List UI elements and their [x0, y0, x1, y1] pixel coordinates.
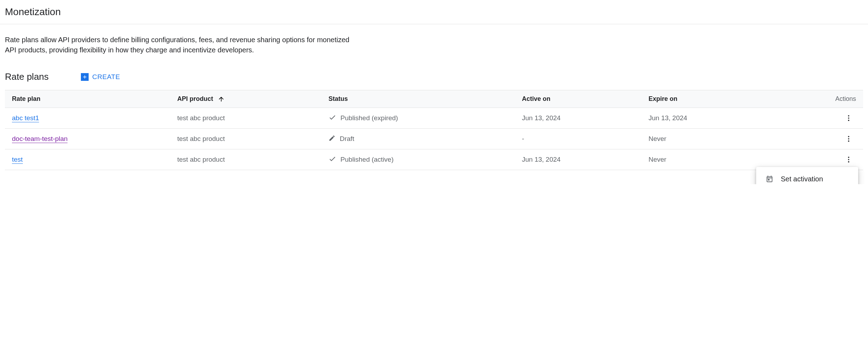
column-header-product-label: API product	[177, 95, 213, 102]
svg-point-8	[848, 161, 849, 163]
create-button-label: CREATE	[92, 73, 120, 81]
cell-expire-on: Jun 13, 2024	[642, 108, 768, 129]
pencil-icon	[328, 135, 336, 143]
check-icon	[328, 114, 336, 123]
table-row: abc test1test abc productPublished (expi…	[5, 108, 863, 129]
svg-point-6	[848, 157, 849, 158]
row-actions-menu: Set activationSet expirationCloneDeleteM…	[756, 167, 858, 184]
table-row: doc-team-test-plantest abc productDraft-…	[5, 129, 863, 149]
svg-point-3	[848, 136, 849, 137]
rate-plan-link[interactable]: doc-team-test-plan	[12, 135, 68, 143]
sort-ascending-icon	[218, 96, 225, 103]
cell-expire-on: Never	[642, 149, 768, 170]
row-actions-button[interactable]	[841, 154, 856, 166]
cell-api-product: test abc product	[170, 149, 321, 170]
create-button[interactable]: CREATE	[79, 72, 122, 82]
svg-point-4	[848, 138, 849, 140]
table-header-row: Rate plan API product Status Active on E…	[5, 90, 863, 108]
status-text: Draft	[340, 135, 354, 143]
cell-api-product: test abc product	[170, 108, 321, 129]
section-title: Rate plans	[5, 71, 49, 82]
svg-point-1	[848, 117, 849, 119]
row-actions-button[interactable]	[841, 133, 856, 145]
rate-plan-link[interactable]: abc test1	[12, 114, 39, 122]
cell-active-on: -	[515, 129, 642, 149]
column-header-name[interactable]: Rate plan	[5, 90, 170, 108]
column-header-active-on[interactable]: Active on	[515, 90, 642, 108]
status-text: Published (active)	[340, 156, 394, 163]
status-text: Published (expired)	[340, 114, 398, 122]
calendar-icon	[765, 175, 774, 183]
menu-item-label: Set activation	[781, 175, 823, 183]
plus-icon	[81, 73, 89, 81]
row-actions-button[interactable]	[841, 112, 856, 124]
svg-point-0	[848, 115, 849, 117]
page-description: Rate plans allow API providers to define…	[5, 35, 360, 55]
rate-plans-table: Rate plan API product Status Active on E…	[5, 90, 863, 170]
header-divider	[0, 24, 868, 24]
column-header-product[interactable]: API product	[170, 90, 321, 108]
cell-expire-on: Never	[642, 129, 768, 149]
menu-item-set-activation[interactable]: Set activation	[756, 170, 858, 184]
svg-point-7	[848, 159, 849, 160]
svg-point-5	[848, 141, 849, 142]
table-row: testtest abc productPublished (active)Ju…	[5, 149, 863, 170]
column-header-expire-on[interactable]: Expire on	[642, 90, 768, 108]
svg-point-2	[848, 120, 849, 121]
column-header-status[interactable]: Status	[321, 90, 515, 108]
page-title: Monetization	[5, 6, 863, 18]
rate-plan-link[interactable]: test	[12, 156, 23, 164]
column-header-actions: Actions	[768, 90, 863, 108]
cell-active-on: Jun 13, 2024	[515, 149, 642, 170]
cell-active-on: Jun 13, 2024	[515, 108, 642, 129]
check-icon	[328, 155, 336, 164]
cell-api-product: test abc product	[170, 129, 321, 149]
